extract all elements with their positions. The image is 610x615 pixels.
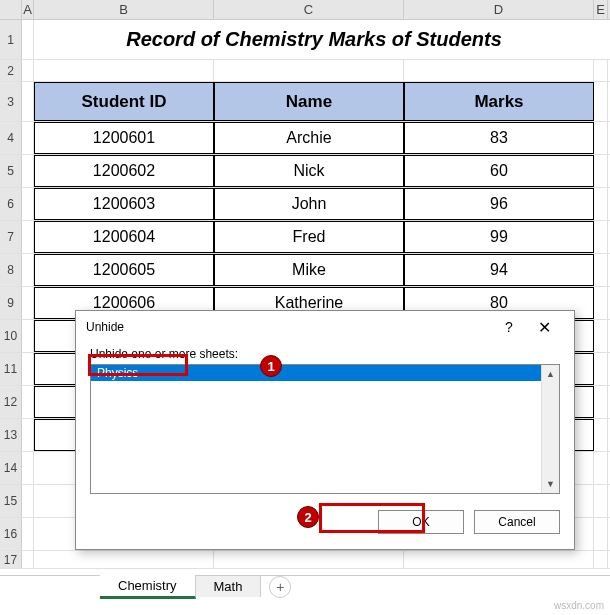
cell[interactable] [404, 551, 594, 568]
header-student-id[interactable]: Student ID [34, 82, 214, 121]
row-header-13[interactable]: 13 [0, 419, 22, 451]
row-header-11[interactable]: 11 [0, 353, 22, 385]
cell[interactable] [22, 353, 34, 385]
select-all-corner[interactable] [0, 0, 22, 19]
header-name[interactable]: Name [214, 82, 404, 121]
cancel-button[interactable]: Cancel [474, 510, 560, 534]
table-cell[interactable]: 1200603 [34, 188, 214, 220]
col-header-d[interactable]: D [404, 0, 594, 19]
dialog-titlebar[interactable]: Unhide ? ✕ [76, 311, 574, 343]
row-header-7[interactable]: 7 [0, 221, 22, 253]
list-item-physics[interactable]: Physics [91, 365, 559, 381]
cell[interactable] [22, 419, 34, 451]
table-cell[interactable]: John [214, 188, 404, 220]
row-header-4[interactable]: 4 [0, 122, 22, 154]
cell[interactable] [594, 254, 608, 286]
table-cell[interactable]: 99 [404, 221, 594, 253]
row-header-2[interactable]: 2 [0, 60, 22, 81]
cell[interactable] [594, 188, 608, 220]
cell[interactable] [34, 551, 214, 568]
cell[interactable] [594, 353, 608, 385]
table-cell[interactable]: Nick [214, 155, 404, 187]
cell[interactable] [22, 485, 34, 517]
table-cell[interactable]: 83 [404, 122, 594, 154]
ok-button[interactable]: OK [378, 510, 464, 534]
cell[interactable] [22, 452, 34, 484]
column-headers: A B C D E [0, 0, 610, 20]
cell[interactable] [594, 320, 608, 352]
col-header-b[interactable]: B [34, 0, 214, 19]
dialog-label: Unhide one or more sheets: [90, 347, 560, 361]
add-sheet-button[interactable]: + [269, 576, 291, 598]
cell[interactable] [214, 551, 404, 568]
cell[interactable] [594, 221, 608, 253]
cell[interactable] [594, 155, 608, 187]
close-icon[interactable]: ✕ [524, 318, 564, 337]
cell[interactable] [594, 82, 608, 121]
row-header-10[interactable]: 10 [0, 320, 22, 352]
cell[interactable] [594, 122, 608, 154]
tab-math[interactable]: Math [196, 576, 262, 597]
cell[interactable] [594, 452, 608, 484]
table-cell[interactable]: Fred [214, 221, 404, 253]
scrollbar[interactable]: ▲ ▼ [541, 365, 559, 493]
scroll-down-icon[interactable]: ▼ [542, 475, 559, 493]
table-cell[interactable]: 60 [404, 155, 594, 187]
cell[interactable] [22, 287, 34, 319]
scroll-up-icon[interactable]: ▲ [542, 365, 559, 383]
header-marks[interactable]: Marks [404, 82, 594, 121]
cell[interactable] [594, 419, 608, 451]
row-header-3[interactable]: 3 [0, 82, 22, 121]
row-header-8[interactable]: 8 [0, 254, 22, 286]
cell[interactable] [594, 287, 608, 319]
table-cell[interactable]: 94 [404, 254, 594, 286]
table-cell[interactable]: 1200601 [34, 122, 214, 154]
table-cell[interactable]: Archie [214, 122, 404, 154]
cell[interactable] [594, 386, 608, 418]
cell[interactable] [22, 386, 34, 418]
col-header-a[interactable]: A [22, 0, 34, 19]
watermark: wsxdn.com [554, 600, 604, 611]
cell[interactable] [22, 551, 34, 568]
cell[interactable] [22, 155, 34, 187]
unhide-dialog: Unhide ? ✕ Unhide one or more sheets: Ph… [75, 310, 575, 550]
cell[interactable] [594, 485, 608, 517]
row-header-5[interactable]: 5 [0, 155, 22, 187]
cell[interactable] [22, 60, 34, 81]
table-cell[interactable]: 96 [404, 188, 594, 220]
cell[interactable] [22, 518, 34, 550]
cell[interactable] [22, 221, 34, 253]
step-badge-1: 1 [260, 355, 282, 377]
cell[interactable] [594, 60, 608, 81]
tab-chemistry[interactable]: Chemistry [100, 575, 196, 599]
cell[interactable] [34, 60, 214, 81]
cell[interactable] [22, 122, 34, 154]
cell[interactable] [214, 60, 404, 81]
col-header-e[interactable]: E [594, 0, 608, 19]
row-header-16[interactable]: 16 [0, 518, 22, 550]
cell[interactable] [404, 60, 594, 81]
table-cell[interactable]: 1200604 [34, 221, 214, 253]
table-cell[interactable]: 1200602 [34, 155, 214, 187]
row-header-14[interactable]: 14 [0, 452, 22, 484]
row-header-12[interactable]: 12 [0, 386, 22, 418]
cell[interactable] [22, 20, 34, 59]
sheets-listbox[interactable]: Physics ▲ ▼ [90, 364, 560, 494]
page-title[interactable]: Record of Chemistry Marks of Students [34, 20, 594, 59]
cell[interactable] [22, 320, 34, 352]
cell[interactable] [594, 551, 608, 568]
cell[interactable] [594, 518, 608, 550]
row-header-6[interactable]: 6 [0, 188, 22, 220]
table-cell[interactable]: 1200605 [34, 254, 214, 286]
row-header-9[interactable]: 9 [0, 287, 22, 319]
row-header-1[interactable]: 1 [0, 20, 22, 59]
step-badge-2: 2 [297, 506, 319, 528]
table-cell[interactable]: Mike [214, 254, 404, 286]
row-header-17[interactable]: 17 [0, 551, 22, 568]
cell[interactable] [22, 254, 34, 286]
cell[interactable] [22, 188, 34, 220]
row-header-15[interactable]: 15 [0, 485, 22, 517]
cell[interactable] [22, 82, 34, 121]
help-button[interactable]: ? [494, 319, 524, 335]
col-header-c[interactable]: C [214, 0, 404, 19]
